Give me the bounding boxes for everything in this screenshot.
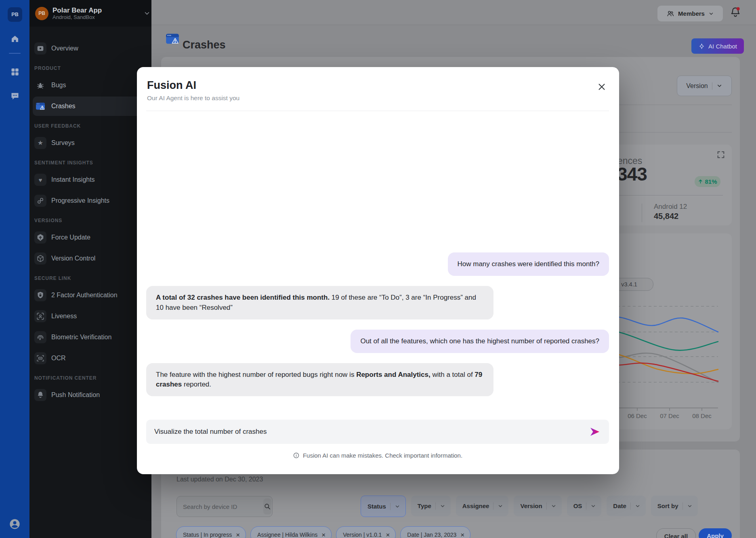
sidebar-item-progressive-insights[interactable]: Progressive Insights [33,191,148,210]
disclaimer-text: Fusion AI can make mistakes. Check impor… [303,452,462,459]
filter-assignee[interactable]: Assignee [456,496,509,516]
link-icon [34,195,46,207]
sidebar-item-crashes[interactable]: Crashes [33,97,148,116]
chat-icon[interactable] [10,91,20,101]
ai-chatbot-label: AI Chatbot [708,43,737,50]
apply-button[interactable]: Apply [699,528,732,538]
sidebar-item-label: Crashes [51,103,76,110]
account-icon[interactable] [8,518,21,530]
face-icon [34,310,46,322]
close-icon[interactable]: × [321,532,326,538]
sidebar-item-label: Overview [51,45,78,52]
members-button[interactable]: Members [657,6,723,21]
sidebar-item-push-notification[interactable]: Push Notification [33,385,148,405]
search-icon[interactable] [263,498,271,515]
user-message: How many crashes were identified this mo… [448,252,609,276]
last-updated-text: Last updated on Dec 30, 2023 [176,476,263,483]
shield-icon [34,289,46,301]
force-icon [34,231,46,244]
filter-label: OS [573,502,582,509]
sidebar-item-overview[interactable]: Overview [33,39,148,58]
filter-chip-status[interactable]: Status | In progress× [176,526,246,538]
filter-type[interactable]: Type [411,496,451,516]
filters-row: StatusTypeAssigneeVersionOSDateSort by [361,496,698,517]
sidebar-item-force-update[interactable]: Force Update [33,228,148,247]
filter-chip-assignee[interactable]: Assignee | Hilda Wilkins× [250,526,332,538]
divider [435,502,436,510]
filter-os[interactable]: OS [567,496,602,516]
chip-label: Status | In progress [183,532,232,538]
sidebar-item-instant-insights[interactable]: ♥Instant Insights [33,170,148,189]
filter-label: Type [418,502,431,509]
send-icon[interactable] [589,426,601,437]
filter-sort-by[interactable]: Sort by [651,496,698,516]
clear-all-button[interactable]: Clear all [656,528,696,538]
sidebar-item-label: Bugs [51,82,66,89]
close-icon[interactable]: × [386,532,390,538]
close-icon[interactable]: × [236,532,240,538]
filter-version[interactable]: Version [514,496,561,516]
filter-label: Version [520,502,542,509]
finger-icon [34,331,46,343]
filter-chips-row: Status | In progress×Assignee | Hilda Wi… [176,526,470,538]
divider [630,502,631,510]
chip-label: Version | v1.0.1 [343,532,382,538]
sidebar-section-product: PRODUCT [34,65,148,71]
chat-input[interactable] [153,427,589,436]
filter-status[interactable]: Status [361,496,406,517]
bug-icon [34,79,46,91]
notification-bell-icon[interactable] [729,6,741,19]
sidebar-section-versions: VERSIONS [34,218,148,223]
cube-icon [34,252,46,265]
sidebar-item-label: OCR [51,355,66,362]
occurrences-value: 343 [617,163,647,185]
search-input[interactable] [177,503,263,510]
chevron-down-icon [716,83,722,89]
chevron-down-icon [635,503,640,509]
sidebar-item-version-control[interactable]: Version Control [33,249,148,268]
workspace-badge[interactable]: PB [8,7,22,22]
sidebar-item-bugs[interactable]: Bugs [33,76,148,95]
sidebar-item-liveness[interactable]: Liveness [33,307,148,326]
chevron-down-icon [590,503,596,509]
members-label: Members [678,10,705,17]
version-label: Version [686,82,708,90]
sidebar-item-2-factor-authentication[interactable]: 2 Factor Authentication [33,286,148,305]
app-rail: PB [0,0,29,538]
svg-text:06 Dec: 06 Dec [628,412,647,419]
sidebar-section-sentiment-insights: SENTIMENT INSIGHTS [34,160,148,166]
ai-chatbot-button[interactable]: AI Chatbot [691,38,744,54]
filter-date[interactable]: Date [607,496,646,516]
user-message: Out of all the features, which one has t… [351,330,609,353]
close-icon[interactable]: × [460,532,464,538]
sidebar-item-label: Progressive Insights [51,197,109,204]
home-icon[interactable] [10,34,20,44]
sidebar: PB Polar Bear App Android, SandBox Overv… [29,0,151,538]
sidebar-item-surveys[interactable]: ★Surveys [33,133,148,153]
divider [642,204,642,222]
chip-label: Date | Jan 23, 2023 [407,532,456,538]
filter-chip-date[interactable]: Date | Jan 23, 2023× [400,526,470,538]
version-dropdown[interactable]: Version [677,76,732,96]
filter-chip-version[interactable]: Version | v1.0.1× [336,526,396,538]
divider [390,503,391,510]
apps-grid-icon[interactable] [10,67,20,77]
sidebar-item-label: Version Control [51,255,95,262]
sidebar-item-biometric-verification[interactable]: Biometric Verification [33,328,148,347]
sidebar-item-ocr[interactable]: OCR [33,349,148,368]
close-icon[interactable] [596,82,607,92]
chevron-down-icon [708,11,714,17]
sparkle-icon [698,43,705,50]
chevron-down-icon [440,503,445,509]
divider [493,502,494,510]
ocr-icon [34,352,46,364]
info-icon [293,452,300,459]
modal-subtitle: Our AI Agent is here to assist you [146,95,609,102]
workspace-name: Polar Bear App [52,6,102,15]
expand-icon[interactable] [716,150,725,159]
overview-icon [34,42,46,55]
divider [712,82,712,90]
chat-input-bar [146,420,609,444]
sidebar-item-label: Instant Insights [51,176,95,183]
workspace-switcher[interactable]: PB Polar Bear App Android, SandBox [29,0,151,27]
